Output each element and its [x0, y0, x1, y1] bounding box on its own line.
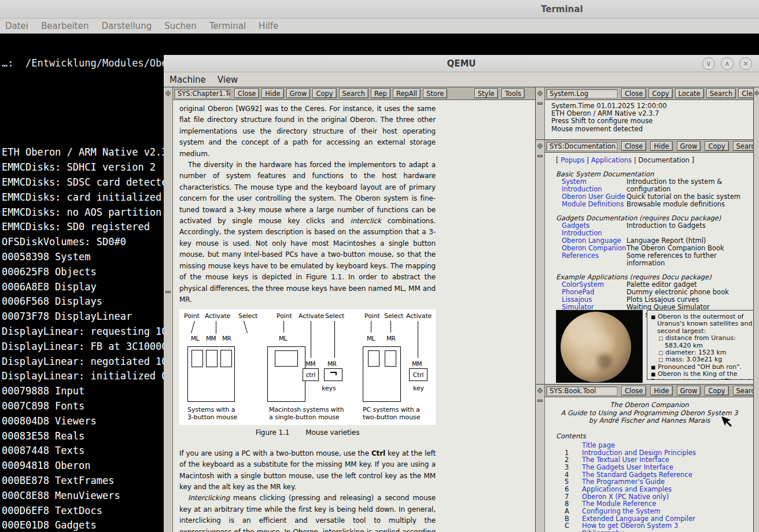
- terminal-menu-item[interactable]: Darstellung: [101, 21, 152, 31]
- qemu-menu-item[interactable]: Machine: [170, 75, 206, 85]
- nav-link-documentation[interactable]: Documentation: [638, 156, 690, 164]
- qemu-menu-item[interactable]: View: [218, 75, 238, 85]
- doc-link-row: Module DefinitionsBrowsable module defin…: [562, 201, 753, 208]
- bullet-icon: ■: [651, 371, 655, 377]
- viewer-button[interactable]: Search: [733, 141, 753, 151]
- chapter-link[interactable]: Configuring the System: [582, 508, 661, 515]
- viewer-button[interactable]: Style: [474, 88, 498, 98]
- viewer-button[interactable]: Close: [621, 141, 646, 151]
- planet-sphere: [561, 312, 631, 382]
- doc-link-row: System IntroductionIntroduction to the s…: [562, 178, 753, 193]
- terminal-menu-item[interactable]: Terminal: [209, 21, 246, 31]
- chapter-link[interactable]: Applications and Examples: [582, 486, 672, 493]
- doc-link[interactable]: Module Definitions: [562, 201, 627, 208]
- nav-link-applications[interactable]: Applications: [591, 156, 632, 164]
- paragraph: If you are using a PC with a two-button …: [179, 448, 436, 493]
- log-viewer-name-field[interactable]: System.Log: [546, 89, 617, 98]
- chapter-viewer: SYS:Chapter1.Text CloseHideGrowCopySearc…: [164, 87, 535, 532]
- log-viewer-scrollbar[interactable]: [536, 100, 545, 139]
- scrollbar-thumb[interactable]: [165, 291, 171, 293]
- qemu-window-title: QEMU: [164, 58, 759, 69]
- keys-caption: key: [413, 385, 424, 392]
- figure-group-caption: PC systems with a two-button mouse: [363, 406, 420, 421]
- doc-section-links: System IntroductionIntroduction to the s…: [556, 178, 753, 208]
- mouse-cursor-icon: [720, 415, 734, 428]
- viewer-button[interactable]: Search: [339, 88, 369, 98]
- return-key-icon: [330, 372, 337, 375]
- chapter-link[interactable]: The Gadgets User Interface: [582, 464, 673, 471]
- terminal-menu-item[interactable]: Datei: [5, 21, 28, 31]
- viewer-button[interactable]: Copy: [649, 88, 672, 98]
- doc-viewer-scrollbar[interactable]: [536, 153, 545, 384]
- viewer-button[interactable]: Copy: [312, 88, 336, 98]
- mouse-1button-diagram: [267, 346, 305, 402]
- viewer-button[interactable]: Search: [733, 386, 753, 396]
- chapter-link[interactable]: Title page: [582, 442, 615, 449]
- chapter-viewer-content: original Oberon [WG92] was to the Ceres.…: [174, 100, 535, 532]
- viewer-button[interactable]: Locate: [675, 88, 704, 98]
- chapter-viewer-scrollbar[interactable]: [164, 100, 173, 532]
- mouse-key-label: MM: [412, 360, 422, 367]
- chapter-link[interactable]: Bibliography: [582, 530, 624, 532]
- book-title: The Oberon Companion: [546, 401, 753, 409]
- chapter-row: CHow to get Oberon System 3: [546, 522, 753, 530]
- doc-viewer-content: [ Popups | Applications | Documentation …: [546, 153, 753, 384]
- terminal-menu-item[interactable]: Bearbeiten: [41, 21, 89, 31]
- track-diamond-icon: [754, 91, 759, 95]
- doc-link[interactable]: Gadgets Introduction: [562, 222, 627, 237]
- viewer-button[interactable]: Store: [423, 88, 447, 98]
- nav-link-popups[interactable]: Popups: [561, 156, 584, 164]
- chapter-row: AConfiguring the System: [546, 508, 753, 515]
- viewer-button[interactable]: Tools: [502, 88, 525, 98]
- figure-label: Select: [325, 313, 344, 320]
- terminal-menu-item[interactable]: Hilfe: [259, 21, 278, 31]
- viewer-button[interactable]: Clear: [738, 88, 753, 98]
- viewer-button[interactable]: Copy: [705, 386, 728, 396]
- desktop: Terminal DateiBearbeitenDarstellungSuche…: [0, 0, 759, 532]
- viewer-button[interactable]: Grow: [677, 141, 701, 151]
- scrollbar-thumb[interactable]: [537, 400, 543, 402]
- figure-line: [418, 321, 418, 358]
- doc-viewer-name-field[interactable]: SYS:Documentation.Tool: [546, 142, 617, 151]
- viewer-corner[interactable]: [536, 87, 545, 100]
- window-maximize-button[interactable]: ∧: [721, 57, 734, 70]
- book-viewer-name-field[interactable]: SYS:Book.Tool: [546, 386, 617, 396]
- mouse-3button-diagram: [187, 346, 235, 402]
- doc-link[interactable]: References: [562, 252, 627, 267]
- figure-line: [216, 321, 216, 334]
- doc-link[interactable]: System Introduction: [562, 178, 627, 193]
- viewer-button[interactable]: Close: [234, 88, 259, 98]
- window-close-button[interactable]: ×: [739, 57, 752, 70]
- viewer-button[interactable]: Hide: [650, 141, 672, 151]
- viewer-button[interactable]: Hide: [261, 88, 283, 98]
- viewer-button[interactable]: Rep: [371, 88, 390, 98]
- viewer-corner[interactable]: [536, 385, 545, 397]
- figure-label: Activate: [406, 313, 432, 320]
- viewer-button[interactable]: Hide: [650, 386, 672, 396]
- doc-link-row: Gadgets IntroductionIntroduction to Gadg…: [562, 222, 753, 237]
- bullet-icon: □: [658, 350, 663, 356]
- viewer-button[interactable]: Grow: [286, 88, 311, 98]
- viewer-corner[interactable]: [164, 87, 173, 100]
- viewer-button[interactable]: Grow: [677, 386, 701, 396]
- viewer-button[interactable]: Search: [706, 88, 736, 98]
- figure-line: [283, 321, 284, 332]
- system-log-viewer: System.Log CloseCopyLocateSearchClear 12…: [536, 87, 753, 139]
- bullet-icon: ■: [651, 314, 655, 320]
- scrollbar-thumb[interactable]: [537, 155, 543, 157]
- scrollbar-thumb[interactable]: [537, 102, 543, 105]
- terminal-menu-item[interactable]: Suchen: [164, 21, 197, 31]
- chapter-row: 3The Gadgets User Interface: [546, 464, 753, 471]
- window-minimize-button[interactable]: ∨: [702, 57, 715, 70]
- ctrl-key-diagram: Ctrl: [409, 368, 428, 381]
- viewer-corner[interactable]: [536, 140, 545, 153]
- viewer-button[interactable]: Close: [621, 88, 646, 98]
- book-viewer-scrollbar[interactable]: [536, 397, 545, 532]
- chapter-viewer-right-buttons: StyleTools: [474, 88, 525, 98]
- chapter-viewer-name-field[interactable]: SYS:Chapter1.Text: [174, 89, 230, 98]
- clipped-track-strip[interactable]: [753, 87, 759, 532]
- qemu-titlebar[interactable]: QEMU ∨ ∧ ×: [164, 55, 759, 72]
- viewer-button[interactable]: Copy: [705, 141, 728, 151]
- viewer-button[interactable]: Close: [621, 386, 646, 396]
- viewer-button[interactable]: RepAll: [393, 88, 421, 98]
